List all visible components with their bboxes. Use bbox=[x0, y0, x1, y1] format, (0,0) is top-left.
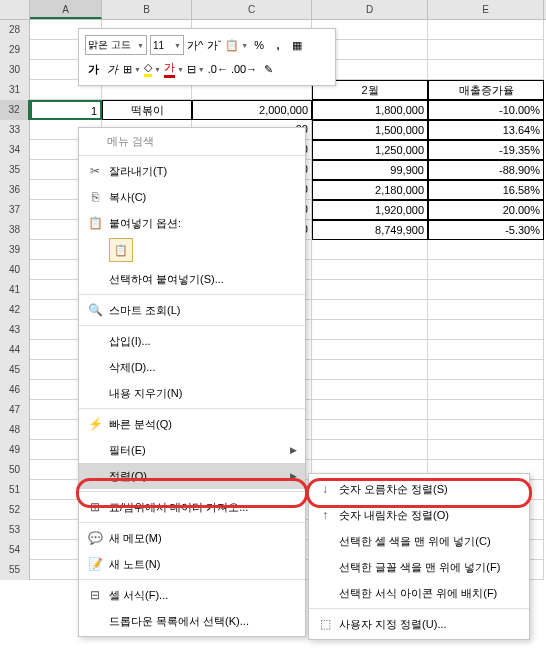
cell-E28[interactable] bbox=[428, 20, 544, 40]
cell-D41[interactable] bbox=[312, 280, 428, 300]
row-header-54[interactable]: 54 bbox=[0, 540, 30, 560]
row-header-50[interactable]: 50 bbox=[0, 460, 30, 480]
menu-new-note[interactable]: 📝새 노트(N) bbox=[79, 551, 305, 577]
cell-D45[interactable] bbox=[312, 360, 428, 380]
cell-D44[interactable] bbox=[312, 340, 428, 360]
row-header-55[interactable]: 55 bbox=[0, 560, 30, 580]
increase-font-btn[interactable]: 가^ bbox=[187, 35, 203, 55]
row-header-44[interactable]: 44 bbox=[0, 340, 30, 360]
row-header-41[interactable]: 41 bbox=[0, 280, 30, 300]
cell-D39[interactable] bbox=[312, 240, 428, 260]
select-all-corner[interactable] bbox=[0, 0, 30, 19]
row-header-34[interactable]: 34 bbox=[0, 140, 30, 160]
row-header-37[interactable]: 37 bbox=[0, 200, 30, 220]
menu-search[interactable]: 메뉴 검색 bbox=[107, 134, 299, 149]
cell-E38[interactable]: -5.30% bbox=[428, 220, 544, 240]
cell-E34[interactable]: -19.35% bbox=[428, 140, 544, 160]
cell-D48[interactable] bbox=[312, 420, 428, 440]
cell-E43[interactable] bbox=[428, 320, 544, 340]
cell-E44[interactable] bbox=[428, 340, 544, 360]
menu-quick-analysis[interactable]: ⚡빠른 분석(Q) bbox=[79, 411, 305, 437]
col-header-b[interactable]: B bbox=[102, 0, 192, 19]
cell-E39[interactable] bbox=[428, 240, 544, 260]
row-header-32[interactable]: 32 bbox=[0, 100, 30, 120]
row-header-42[interactable]: 42 bbox=[0, 300, 30, 320]
cell-E46[interactable] bbox=[428, 380, 544, 400]
decrease-decimal-btn[interactable]: .00→ bbox=[231, 59, 257, 79]
menu-smart-lookup[interactable]: 🔍스마트 조회(L) bbox=[79, 297, 305, 323]
cell-E31[interactable]: 매출증가율 bbox=[428, 80, 544, 100]
cell-E30[interactable] bbox=[428, 60, 544, 80]
row-header-35[interactable]: 35 bbox=[0, 160, 30, 180]
cell-E33[interactable]: 13.64% bbox=[428, 120, 544, 140]
menu-insert[interactable]: 삽입(I)... bbox=[79, 328, 305, 354]
cell-E48[interactable] bbox=[428, 420, 544, 440]
row-header-38[interactable]: 38 bbox=[0, 220, 30, 240]
row-header-51[interactable]: 51 bbox=[0, 480, 30, 500]
bold-btn[interactable]: 가 bbox=[85, 59, 101, 79]
cell-E37[interactable]: 20.00% bbox=[428, 200, 544, 220]
cell-D42[interactable] bbox=[312, 300, 428, 320]
row-header-52[interactable]: 52 bbox=[0, 500, 30, 520]
cell-D46[interactable] bbox=[312, 380, 428, 400]
menu-paste-special[interactable]: 선택하여 붙여넣기(S)... bbox=[79, 266, 305, 292]
menu-dropdown-list[interactable]: 드롭다운 목록에서 선택(K)... bbox=[79, 608, 305, 634]
cell-E36[interactable]: 16.58% bbox=[428, 180, 544, 200]
submenu-sort-color[interactable]: 선택한 셀 색을 맨 위에 넣기(C) bbox=[309, 528, 529, 554]
row-header-28[interactable]: 28 bbox=[0, 20, 30, 40]
row-header-53[interactable]: 53 bbox=[0, 520, 30, 540]
cell-D49[interactable] bbox=[312, 440, 428, 460]
menu-sort[interactable]: 정렬(O)▶ bbox=[79, 463, 305, 489]
cell-E29[interactable] bbox=[428, 40, 544, 60]
cell-D47[interactable] bbox=[312, 400, 428, 420]
submenu-custom-sort[interactable]: ⬚사용자 지정 정렬(U)... bbox=[309, 611, 529, 637]
fill-color-btn[interactable]: ◇▼ bbox=[144, 59, 161, 79]
menu-copy[interactable]: ⎘복사(C) bbox=[79, 184, 305, 210]
menu-delete[interactable]: 삭제(D)... bbox=[79, 354, 305, 380]
row-header-33[interactable]: 33 bbox=[0, 120, 30, 140]
row-header-45[interactable]: 45 bbox=[0, 360, 30, 380]
cell-D38[interactable]: 8,749,900 bbox=[312, 220, 428, 240]
menu-format-cells[interactable]: ⊟셀 서식(F)... bbox=[79, 582, 305, 608]
font-select[interactable]: 맑은 고드▼ bbox=[85, 35, 147, 55]
row-header-43[interactable]: 43 bbox=[0, 320, 30, 340]
cell-E40[interactable] bbox=[428, 260, 544, 280]
cell-D37[interactable]: 1,920,000 bbox=[312, 200, 428, 220]
comma-btn[interactable]: , bbox=[270, 35, 286, 55]
font-size-select[interactable]: 11▼ bbox=[150, 35, 184, 55]
merge-btn[interactable]: ⊟▼ bbox=[187, 59, 205, 79]
row-header-31[interactable]: 31 bbox=[0, 80, 30, 100]
row-header-49[interactable]: 49 bbox=[0, 440, 30, 460]
row-header-46[interactable]: 46 bbox=[0, 380, 30, 400]
decrease-font-btn[interactable]: 가ˇ bbox=[206, 35, 222, 55]
increase-decimal-btn[interactable]: .0← bbox=[208, 59, 228, 79]
cell-D32[interactable]: 1,800,000 bbox=[312, 100, 428, 120]
font-color-btn[interactable]: 가▼ bbox=[164, 59, 184, 79]
cell-D36[interactable]: 2,180,000 bbox=[312, 180, 428, 200]
row-header-39[interactable]: 39 bbox=[0, 240, 30, 260]
menu-clear[interactable]: 내용 지우기(N) bbox=[79, 380, 305, 406]
cell-D43[interactable] bbox=[312, 320, 428, 340]
border-btn[interactable]: ⊞▼ bbox=[123, 59, 141, 79]
cell-E35[interactable]: -88.90% bbox=[428, 160, 544, 180]
col-header-c[interactable]: C bbox=[192, 0, 312, 19]
cell-E32[interactable]: -10.00% bbox=[428, 100, 544, 120]
row-header-30[interactable]: 30 bbox=[0, 60, 30, 80]
menu-cut[interactable]: ✂잘라내기(T) bbox=[79, 158, 305, 184]
submenu-sort-asc[interactable]: ↓숫자 오름차순 정렬(S) bbox=[309, 476, 529, 502]
cell-E49[interactable] bbox=[428, 440, 544, 460]
row-header-40[interactable]: 40 bbox=[0, 260, 30, 280]
col-header-a[interactable]: A bbox=[30, 0, 102, 19]
submenu-sort-font-color[interactable]: 선택한 글꼴 색을 맨 위에 넣기(F) bbox=[309, 554, 529, 580]
cell-C32[interactable]: 2,000,000 bbox=[192, 100, 312, 120]
cell-B32[interactable]: 떡볶이 bbox=[102, 100, 192, 120]
cell-E45[interactable] bbox=[428, 360, 544, 380]
col-header-e[interactable]: E bbox=[428, 0, 544, 19]
row-header-48[interactable]: 48 bbox=[0, 420, 30, 440]
percent-btn[interactable]: % bbox=[251, 35, 267, 55]
col-header-d[interactable]: D bbox=[312, 0, 428, 19]
cell-A32[interactable]: 1 bbox=[30, 100, 102, 120]
conditional-format-icon[interactable]: ▦ bbox=[289, 35, 305, 55]
submenu-sort-icon[interactable]: 선택한 서식 아이콘 위에 배치(F) bbox=[309, 580, 529, 606]
menu-new-memo[interactable]: 💬새 메모(M) bbox=[79, 525, 305, 551]
